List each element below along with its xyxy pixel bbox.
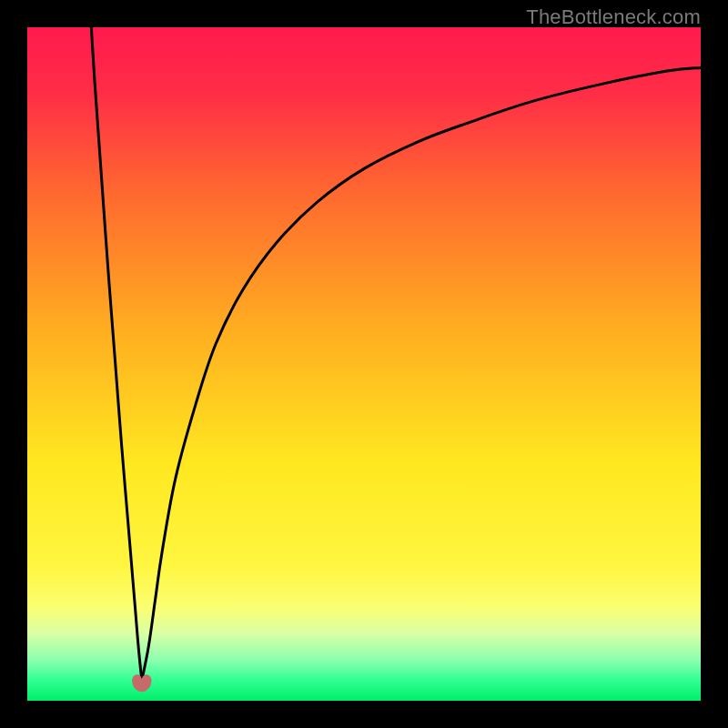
plot-area (27, 27, 701, 701)
curve-right-branch (142, 67, 701, 680)
watermark-text: TheBottleneck.com (526, 5, 701, 29)
chart-frame: TheBottleneck.com (0, 0, 728, 728)
curve-layer (27, 27, 701, 701)
curve-left-branch (91, 27, 142, 681)
